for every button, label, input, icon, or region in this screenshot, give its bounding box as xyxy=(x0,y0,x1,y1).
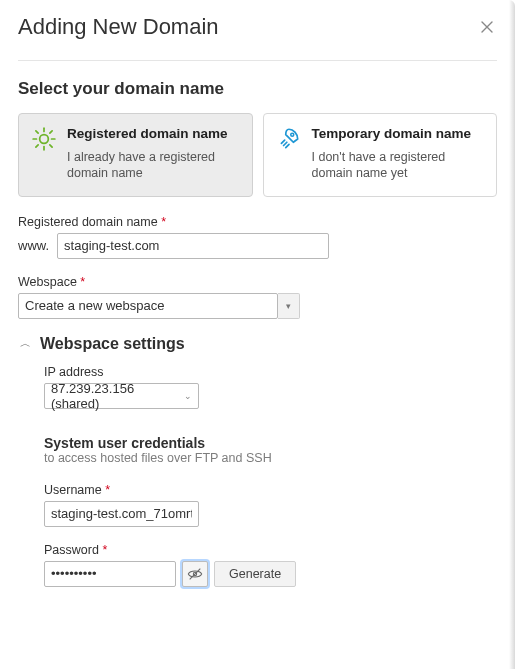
svg-point-9 xyxy=(290,133,293,136)
collapsible-title: Webspace settings xyxy=(40,335,185,353)
svg-line-11 xyxy=(190,568,201,579)
username-input[interactable] xyxy=(44,501,199,527)
webspace-field: Webspace * Create a new webspace ▾ xyxy=(18,275,497,319)
dialog-header: Adding New Domain xyxy=(18,14,497,61)
password-input[interactable] xyxy=(44,561,176,587)
card-text: I already have a registered domain name xyxy=(67,149,240,182)
close-icon[interactable] xyxy=(477,17,497,37)
svg-point-0 xyxy=(40,135,49,144)
badge-icon xyxy=(31,126,57,152)
field-label: Registered domain name * xyxy=(18,215,497,229)
username-label: Username * xyxy=(44,483,497,497)
required-asterisk: * xyxy=(161,215,166,229)
www-prefix: www. xyxy=(18,238,51,253)
card-temporary-domain[interactable]: Temporary domain name I don't have a reg… xyxy=(263,113,498,197)
chevron-down-icon[interactable]: ▾ xyxy=(278,293,300,319)
password-label: Password * xyxy=(44,543,497,557)
chevron-down-icon: ⌄ xyxy=(184,391,192,401)
label-text: Registered domain name xyxy=(18,215,158,229)
webspace-select[interactable]: Create a new webspace xyxy=(18,293,278,319)
generate-button[interactable]: Generate xyxy=(214,561,296,587)
svg-line-8 xyxy=(50,131,52,133)
domain-type-cards: Registered domain name I already have a … xyxy=(18,113,497,197)
label-text: Username xyxy=(44,483,102,497)
webspace-settings-toggle[interactable]: ︿ Webspace settings xyxy=(18,335,497,353)
select-value: 87.239.23.156 (shared) xyxy=(51,381,184,411)
webspace-settings-body: IP address 87.239.23.156 (shared) ⌄ Syst… xyxy=(44,365,497,587)
add-domain-dialog: Adding New Domain Select your domain nam… xyxy=(0,0,515,621)
card-text: I don't have a registered domain name ye… xyxy=(312,149,485,182)
ip-select[interactable]: 87.239.23.156 (shared) ⌄ xyxy=(44,383,199,409)
dialog-right-edge xyxy=(509,0,515,669)
domain-input[interactable] xyxy=(57,233,329,259)
label-text: Webspace xyxy=(18,275,77,289)
button-label: Generate xyxy=(229,567,281,581)
svg-line-6 xyxy=(50,145,52,147)
dialog-title: Adding New Domain xyxy=(18,14,219,40)
chevron-up-icon: ︿ xyxy=(18,336,32,351)
rocket-icon xyxy=(276,126,302,152)
credentials-help: to access hosted files over FTP and SSH xyxy=(44,451,497,465)
toggle-visibility-icon[interactable] xyxy=(182,561,208,587)
svg-line-7 xyxy=(36,145,38,147)
credentials-heading: System user credentials xyxy=(44,435,497,451)
required-asterisk: * xyxy=(102,543,107,557)
field-label: Webspace * xyxy=(18,275,497,289)
registered-domain-field: Registered domain name * www. xyxy=(18,215,497,259)
required-asterisk: * xyxy=(105,483,110,497)
card-title: Temporary domain name xyxy=(312,126,485,141)
svg-line-5 xyxy=(36,131,38,133)
required-asterisk: * xyxy=(80,275,85,289)
label-text: Password xyxy=(44,543,99,557)
section-title: Select your domain name xyxy=(18,79,497,99)
select-value: Create a new webspace xyxy=(25,298,164,313)
ip-label: IP address xyxy=(44,365,497,379)
card-title: Registered domain name xyxy=(67,126,240,141)
card-registered-domain[interactable]: Registered domain name I already have a … xyxy=(18,113,253,197)
